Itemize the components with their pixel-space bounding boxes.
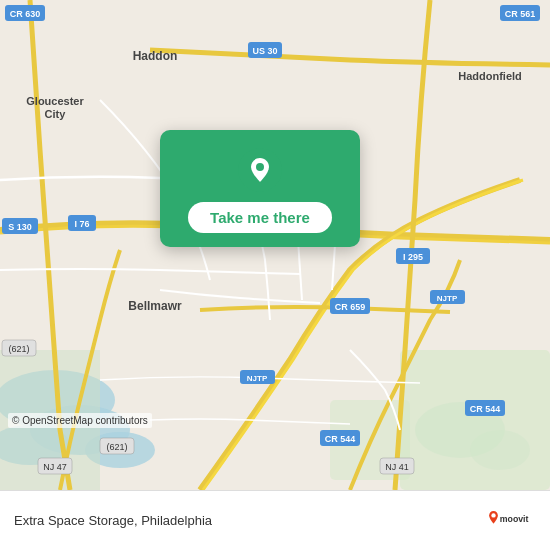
- svg-text:(621): (621): [106, 442, 127, 452]
- svg-text:NJ 41: NJ 41: [385, 462, 409, 472]
- location-pin-icon: [238, 148, 282, 192]
- osm-credit: © OpenStreetMap contributors: [8, 413, 152, 428]
- svg-text:NJTP: NJTP: [437, 294, 458, 303]
- svg-text:CR 561: CR 561: [505, 9, 536, 19]
- svg-rect-7: [400, 350, 550, 490]
- svg-text:(621): (621): [8, 344, 29, 354]
- svg-text:CR 659: CR 659: [335, 302, 366, 312]
- svg-text:Bellmawr: Bellmawr: [128, 299, 182, 313]
- svg-text:Haddon: Haddon: [133, 49, 178, 63]
- svg-text:Haddonfield: Haddonfield: [458, 70, 522, 82]
- map-container: CR 630 US 30 CR 561 I 76 S 130 I 295 CR …: [0, 0, 550, 490]
- svg-text:NJ 47: NJ 47: [43, 462, 67, 472]
- location-card[interactable]: Take me there: [160, 130, 360, 247]
- svg-text:moovit: moovit: [500, 514, 529, 524]
- svg-text:S 130: S 130: [8, 222, 32, 232]
- svg-text:NJTP: NJTP: [247, 374, 268, 383]
- svg-text:I 295: I 295: [403, 252, 423, 262]
- svg-point-46: [256, 163, 264, 171]
- take-me-there-button[interactable]: Take me there: [188, 202, 332, 233]
- svg-text:CR 544: CR 544: [470, 404, 501, 414]
- svg-text:CR 544: CR 544: [325, 434, 356, 444]
- svg-text:City: City: [45, 108, 67, 120]
- location-label: Extra Space Storage, Philadelphia: [14, 513, 486, 528]
- bottom-bar: Extra Space Storage, Philadelphia moovit: [0, 490, 550, 550]
- moovit-logo: moovit: [486, 503, 536, 539]
- svg-text:Gloucester: Gloucester: [26, 95, 84, 107]
- svg-text:US 30: US 30: [252, 46, 277, 56]
- svg-text:CR 630: CR 630: [10, 9, 41, 19]
- svg-text:I 76: I 76: [74, 219, 89, 229]
- moovit-logo-icon: moovit: [486, 503, 536, 539]
- svg-point-47: [491, 513, 495, 517]
